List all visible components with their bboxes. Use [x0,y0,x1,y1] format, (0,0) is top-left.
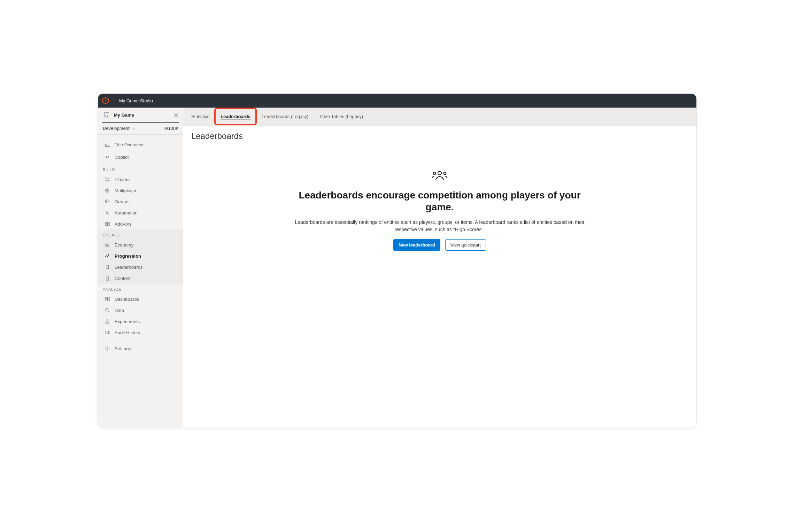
sidebar-item-settings[interactable]: Settings [98,343,183,354]
sidebar-item-players[interactable]: Players [98,174,183,185]
sidebar-item-label: Content [115,276,131,281]
game-underline [102,122,179,123]
svg-point-16 [106,243,109,244]
new-leaderboard-button[interactable]: New leaderboard [393,239,440,251]
svg-point-5 [108,157,108,158]
layers-icon [104,199,110,204]
usage-counter: 0/100K [164,126,179,131]
environment-label: Development [103,126,130,131]
bar-chart-icon [104,142,110,147]
sidebar-item-dashboards[interactable]: Dashboards [98,294,183,305]
chevron-down-icon [132,127,136,131]
tab-leaderboards-legacy[interactable]: Leaderboards (Legacy) [261,112,309,121]
empty-actions: New leaderboard View quickstart [393,239,486,251]
sidebar-item-label: Groups [115,199,130,204]
tab-statistics[interactable]: Statistics [191,112,210,121]
sidebar-item-label: Audit History [115,330,140,335]
page: Leaderboards [183,126,696,428]
addons-icon [104,221,110,227]
svg-rect-14 [105,224,107,226]
dashboard-icon [104,296,110,302]
environment-selector[interactable]: Development [103,126,136,131]
svg-point-24 [438,171,441,175]
sidebar-item-automation[interactable]: Automation [98,207,183,218]
content: Statistics Leaderboards Leaderboards (Le… [183,108,696,428]
app-window: My Game Studio My Game [98,93,697,428]
progression-icon [104,253,110,259]
sidebar-item-label: Title Overview [115,142,143,147]
sidebar-item-audit-history[interactable]: Audit History [98,327,183,338]
empty-description: Leaderboards are essentially rankings of… [290,219,589,233]
svg-rect-12 [105,222,107,224]
sidebar-item-content[interactable]: Content [98,273,183,284]
empty-heading: Leaderboards encourage competition among… [290,189,589,213]
svg-point-23 [107,348,108,349]
svg-rect-18 [108,297,109,300]
tab-leaderboards[interactable]: Leaderboards [220,112,251,121]
sidebar-item-label: Automation [115,210,138,216]
sidebar: My Game Development [98,108,183,428]
copilot-icon [104,154,110,160]
svg-point-25 [433,172,436,175]
sidebar-item-label: Data [115,308,124,313]
sidebar-item-label: Copilot [115,155,129,160]
page-rule [183,146,696,146]
sidebar-item-label: Experiments [115,319,140,324]
svg-rect-20 [108,300,109,301]
players-icon [104,177,110,182]
svg-point-11 [107,211,108,212]
sidebar-item-label: Leaderboards [115,265,142,270]
empty-state: Leaderboards encourage competition among… [290,170,589,251]
svg-point-4 [106,157,107,158]
svg-point-6 [106,178,107,179]
svg-rect-19 [105,299,107,301]
sidebar-item-leaderboards[interactable]: Leaderboards [98,261,183,273]
sidebar-item-economy[interactable]: Economy [98,239,183,250]
brand: My Game Studio [101,96,153,105]
svg-point-7 [108,178,109,179]
users-icon [432,170,448,181]
nav-group-build: Players Multiplayer Groups [98,174,183,229]
svg-rect-2 [104,112,109,117]
sidebar-item-label: Players [115,177,130,182]
tabbar: Statistics Leaderboards Leaderboards (Le… [183,108,696,126]
game-selector[interactable]: My Game [98,108,183,122]
economy-icon [104,242,110,248]
nav-top: Title Overview Copilot [98,135,183,164]
sidebar-item-addons[interactable]: Add-ons [98,218,183,229]
history-icon [104,330,110,335]
brand-logo-icon [101,96,110,105]
flask-icon [104,319,110,324]
document-icon [104,275,110,281]
sidebar-item-title-overview[interactable]: Title Overview [98,138,183,151]
svg-point-3 [175,114,177,116]
page-title: Leaderboards [191,130,689,146]
svg-point-21 [106,308,108,311]
sidebar-item-groups[interactable]: Groups [98,196,183,207]
sidebar-item-copilot[interactable]: Copilot [98,151,183,163]
sidebar-item-label: Add-ons [115,221,131,227]
sidebar-item-progression[interactable]: Progression [98,250,183,261]
game-cube-icon [103,111,110,119]
gear-icon[interactable] [173,112,179,118]
sidebar-item-label: Multiplayer [115,188,137,193]
sidebar-item-multiplayer[interactable]: Multiplayer [98,185,183,196]
view-quickstart-button[interactable]: View quickstart [445,239,486,251]
bookmark-icon [104,264,110,270]
sidebar-item-data[interactable]: Data [98,305,183,316]
svg-rect-17 [105,297,107,299]
nav-group-engage: ENGAGE Economy Progression [98,229,183,284]
gear-icon [104,346,110,351]
svg-rect-15 [108,224,109,226]
nav-group-label-engage: ENGAGE [98,229,183,239]
sidebar-item-label: Economy [115,242,133,248]
sidebar-item-experiments[interactable]: Experiments [98,316,183,327]
studio-name[interactable]: My Game Studio [119,98,153,103]
svg-point-26 [444,172,446,175]
sidebar-item-label: Settings [115,346,131,351]
svg-rect-22 [105,331,108,334]
environment-row: Development 0/100K [98,124,183,134]
nav-group-analyze: Dashboards Data Experiments [98,294,183,338]
tab-prize-tables-legacy[interactable]: Prize Tables (Legacy) [319,112,364,121]
globe-icon [104,188,110,193]
